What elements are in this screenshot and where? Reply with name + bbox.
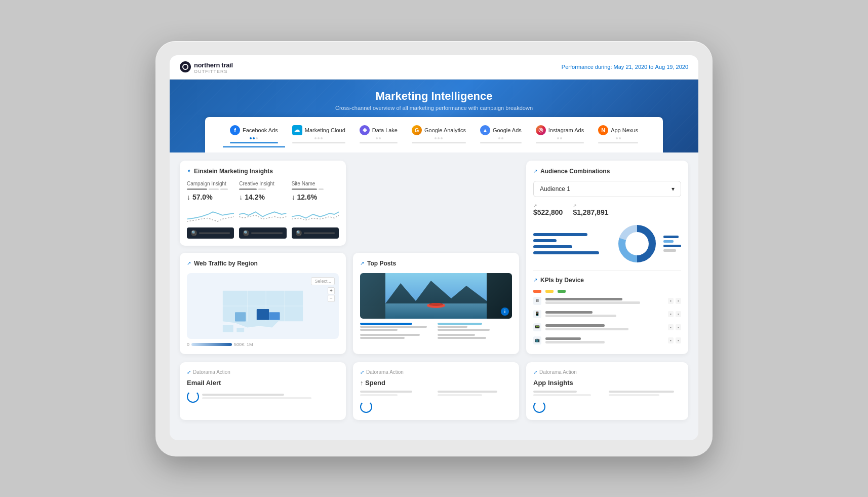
insight-bar (187, 188, 207, 190)
app-action-label: Datorama Action (539, 369, 577, 375)
tab-mc-label: Marketing Cloud (305, 127, 345, 133)
value-amount-1: $522,800 (533, 208, 563, 216)
footer-bar (304, 233, 335, 234)
traffic-title: Web Traffic by Region (194, 260, 258, 267)
audience-header: ↗ Audience Combinations (533, 168, 681, 175)
tab-dl-label: Data Lake (372, 127, 398, 133)
email-action-label: Datorama Action (193, 369, 230, 375)
tab-dot (501, 137, 503, 139)
post-bar (360, 329, 398, 331)
footer-bar (251, 233, 282, 234)
tab-dot (250, 137, 252, 139)
tab-app-nexus[interactable]: N App Nexus (591, 122, 645, 147)
device-bar (545, 311, 593, 314)
tab-marketing-cloud[interactable]: ☁ Marketing Cloud (285, 122, 352, 147)
device-val: ▪ (676, 311, 681, 317)
spend-action-header: ⤢ Datorama Action (360, 369, 512, 375)
device-legend-color (558, 290, 566, 293)
zoom-in-button[interactable]: + (328, 287, 335, 294)
sparkline-site (292, 204, 339, 224)
app-bar (609, 391, 674, 393)
tv-icon: 📺 (533, 336, 541, 345)
top-bar: northern trail outfitters Performance du… (170, 55, 698, 80)
spend-bar (438, 391, 497, 393)
post-bar-group (360, 334, 435, 339)
device-bar (545, 324, 605, 327)
insights-title: Einstein Marketing Insights (194, 168, 273, 175)
tab-dot (379, 137, 381, 139)
device-bars (545, 337, 664, 343)
spend-bar (360, 391, 412, 393)
aud-bar (533, 239, 557, 242)
tab-instagram-ads[interactable]: ◎ Instagram Ads (529, 122, 591, 147)
legend-item (663, 249, 681, 252)
post-bar (438, 329, 490, 331)
posts-header: ↗ Top Posts (360, 260, 512, 267)
post-rows (360, 323, 512, 339)
aud-bar (533, 251, 599, 254)
post-row-2 (360, 334, 512, 339)
brand-name: northern trail (194, 61, 233, 69)
hero-subtitle: Cross-channel overview of all marketing … (185, 105, 683, 111)
audience-icon: ↗ (533, 168, 537, 174)
post-info-button[interactable]: i (501, 308, 509, 316)
kpis-icon: ↗ (533, 277, 537, 283)
perf-to: to (649, 64, 653, 70)
brand-sub: outfitters (194, 69, 233, 74)
action-row (533, 391, 681, 396)
device-frame: northern trail outfitters Performance du… (155, 41, 713, 456)
insight-campaign-label: Campaign Insight (187, 181, 234, 186)
spend-circle-row (360, 401, 512, 413)
tab-dot (321, 137, 323, 139)
insight-bar (209, 188, 219, 190)
device-row-desktop: 🖥 ▪ ▪ (533, 297, 681, 305)
insight-bar (239, 188, 257, 190)
tab-facebook-ads[interactable]: f Facebook Ads (223, 122, 285, 147)
hero-banner: Marketing Intelligence Cross-channel ove… (170, 80, 698, 152)
tab-gads-label: Google Ads (493, 127, 522, 133)
tab-data-lake[interactable]: ◈ Data Lake (352, 122, 405, 147)
audience-value-2: ↗ $1,287,891 (573, 203, 608, 216)
desktop-icon: 🖥 (533, 297, 541, 305)
map-zoom-controls: + − (328, 287, 335, 302)
device-bars (545, 324, 664, 330)
kpis-header: ↗ KPIs by Device (533, 277, 681, 284)
legend-bar (663, 240, 674, 243)
device-bar (545, 341, 605, 343)
audience-select-dropdown[interactable]: Audience 1 ▾ (533, 181, 681, 197)
email-alert-title: Email Alert (187, 379, 339, 387)
tab-fb-label: Facebook Ads (243, 127, 278, 133)
insights-header: ✦ Einstein Marketing Insights (187, 168, 339, 175)
insight-bars (292, 188, 339, 190)
tab-underline (292, 142, 345, 143)
device-val: ▪ (676, 298, 681, 304)
logo: northern trail outfitters (180, 60, 233, 74)
tab-dot (253, 137, 255, 139)
app-bar (533, 391, 577, 393)
main-content: ✦ Einstein Marketing Insights Campaign I… (170, 152, 698, 362)
insight-site-value: ↓ 12.6% (292, 193, 339, 201)
insight-bar (220, 188, 228, 190)
app-content (533, 391, 681, 413)
insight-site-label: Site Name (292, 181, 339, 186)
gads-icon: ▲ (480, 125, 490, 135)
audience-chart (533, 223, 681, 264)
action-row (187, 391, 339, 403)
map-select[interactable]: Select... (311, 277, 335, 285)
kpis-title: KPIs by Device (540, 277, 584, 284)
post-bar-group (438, 323, 512, 331)
insight-campaign: Campaign Insight ↓ 57.0% 🔍 (187, 181, 234, 239)
tab-google-ads[interactable]: ▲ Google Ads (473, 122, 529, 147)
posts-title: Top Posts (367, 260, 396, 267)
tab-google-analytics[interactable]: G Google Analytics (405, 122, 473, 147)
device-values: ▪ ▪ (668, 298, 681, 304)
app-insights-card: ⤢ Datorama Action App Insights (526, 362, 688, 420)
spend-title-text: ↑ Spend (360, 379, 385, 387)
audience-values: ↗ $522,800 ↗ $1,287,891 (533, 203, 681, 216)
traffic-header: ↗ Web Traffic by Region (187, 260, 339, 267)
post-bar (438, 337, 486, 339)
arrow-icon: ↗ (533, 203, 563, 208)
zoom-out-button[interactable]: − (328, 295, 335, 302)
insight-bars (187, 188, 234, 190)
post-bar-group (438, 334, 512, 339)
